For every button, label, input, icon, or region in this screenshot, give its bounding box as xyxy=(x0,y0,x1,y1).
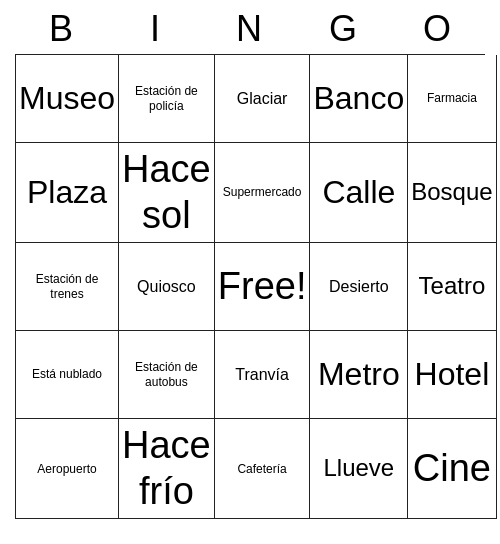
bingo-cell-text: Aeropuerto xyxy=(37,462,96,476)
bingo-cell-r0-c2: Glaciar xyxy=(215,55,311,143)
bingo-cell-r1-c4: Bosque xyxy=(408,143,496,243)
bingo-cell-r1-c0: Plaza xyxy=(16,143,119,243)
bingo-cell-text: Free! xyxy=(218,264,307,310)
bingo-cell-r4-c2: Cafetería xyxy=(215,419,311,519)
bingo-header-letter: I xyxy=(111,8,201,50)
bingo-cell-text: Farmacia xyxy=(427,91,477,105)
bingo-cell-r3-c4: Hotel xyxy=(408,331,496,419)
bingo-cell-text: Cine xyxy=(413,446,491,492)
bingo-cell-text: Banco xyxy=(313,79,404,117)
bingo-header-letter: G xyxy=(299,8,389,50)
bingo-grid: MuseoEstación de policíaGlaciarBancoFarm… xyxy=(15,54,485,519)
bingo-cell-text: Museo xyxy=(19,79,115,117)
bingo-cell-r4-c1: Hace frío xyxy=(119,419,215,519)
bingo-cell-r2-c2: Free! xyxy=(215,243,311,331)
bingo-cell-r1-c2: Supermercado xyxy=(215,143,311,243)
bingo-cell-text: Calle xyxy=(322,173,395,211)
bingo-cell-text: Quiosco xyxy=(137,277,196,296)
bingo-cell-text: Hotel xyxy=(415,355,490,393)
bingo-cell-text: Glaciar xyxy=(237,89,288,108)
bingo-header: BINGO xyxy=(15,0,485,54)
bingo-cell-text: Estación de autobus xyxy=(122,360,211,389)
bingo-cell-text: Llueve xyxy=(323,454,394,483)
bingo-cell-r2-c1: Quiosco xyxy=(119,243,215,331)
bingo-cell-r0-c3: Banco xyxy=(310,55,408,143)
bingo-cell-text: Hace frío xyxy=(122,423,211,514)
bingo-cell-text: Estación de policía xyxy=(122,84,211,113)
bingo-cell-r3-c2: Tranvía xyxy=(215,331,311,419)
bingo-cell-r0-c0: Museo xyxy=(16,55,119,143)
bingo-cell-text: Está nublado xyxy=(32,367,102,381)
bingo-cell-text: Estación de trenes xyxy=(19,272,115,301)
bingo-cell-r4-c3: Llueve xyxy=(310,419,408,519)
bingo-cell-r0-c4: Farmacia xyxy=(408,55,496,143)
bingo-cell-r2-c3: Desierto xyxy=(310,243,408,331)
bingo-cell-r3-c3: Metro xyxy=(310,331,408,419)
bingo-cell-text: Tranvía xyxy=(235,365,289,384)
bingo-cell-r3-c0: Está nublado xyxy=(16,331,119,419)
bingo-header-letter: B xyxy=(17,8,107,50)
bingo-cell-r2-c4: Teatro xyxy=(408,243,496,331)
bingo-cell-text: Metro xyxy=(318,355,400,393)
bingo-cell-r0-c1: Estación de policía xyxy=(119,55,215,143)
bingo-cell-r4-c0: Aeropuerto xyxy=(16,419,119,519)
bingo-cell-r4-c4: Cine xyxy=(408,419,496,519)
bingo-cell-r1-c1: Hace sol xyxy=(119,143,215,243)
bingo-cell-r3-c1: Estación de autobus xyxy=(119,331,215,419)
bingo-header-letter: N xyxy=(205,8,295,50)
bingo-cell-text: Supermercado xyxy=(223,185,302,199)
bingo-cell-r2-c0: Estación de trenes xyxy=(16,243,119,331)
bingo-cell-text: Bosque xyxy=(411,178,492,207)
bingo-header-letter: O xyxy=(393,8,483,50)
bingo-cell-text: Hace sol xyxy=(122,147,211,238)
bingo-cell-text: Plaza xyxy=(27,173,107,211)
bingo-cell-text: Desierto xyxy=(329,277,389,296)
bingo-cell-text: Cafetería xyxy=(237,462,286,476)
bingo-cell-text: Teatro xyxy=(419,272,486,301)
bingo-cell-r1-c3: Calle xyxy=(310,143,408,243)
